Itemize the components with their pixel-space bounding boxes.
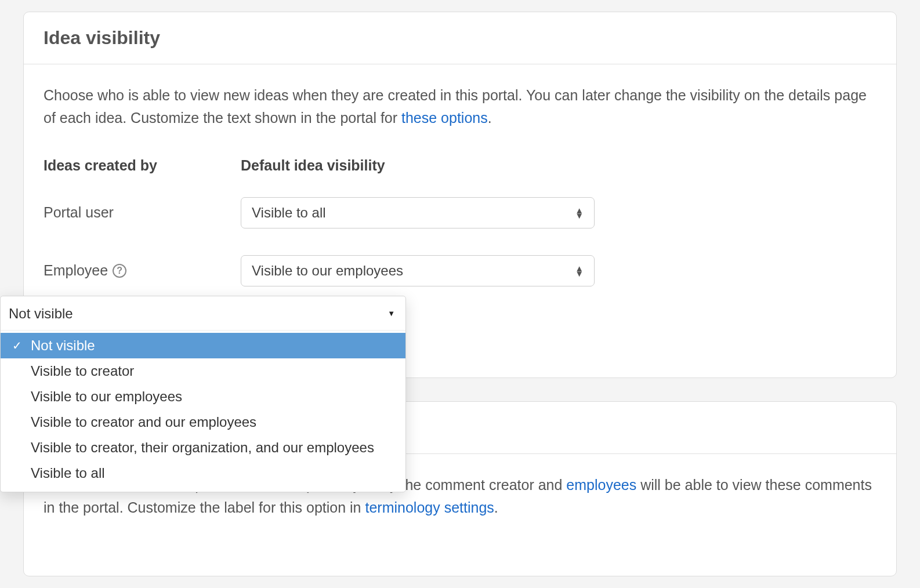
dropdown-option-visible-all[interactable]: Visible to all [1, 460, 405, 486]
help-icon[interactable]: ? [113, 264, 126, 278]
employees-link[interactable]: employees [566, 477, 636, 493]
idea-visibility-card: Idea visibility Choose who is able to vi… [23, 12, 897, 378]
aha-user-dropdown-selected[interactable]: Not visible ▼ [1, 296, 405, 331]
employee-label: Employee ? [44, 262, 241, 279]
aha-user-dropdown: Not visible ▼ Not visible Visible to cre… [0, 296, 406, 492]
employee-row: Employee ? Visible to our employees ▲▼ [44, 255, 876, 286]
updown-icon: ▲▼ [575, 266, 584, 276]
caret-down-icon: ▼ [387, 309, 395, 318]
idea-visibility-body: Choose who is able to view new ideas whe… [24, 64, 896, 378]
portal-user-select[interactable]: Visible to all ▲▼ [241, 197, 595, 228]
employee-select-value: Visible to our employees [252, 263, 403, 279]
employee-select[interactable]: Visible to our employees ▲▼ [241, 255, 595, 286]
idea-visibility-header: Idea visibility [24, 12, 896, 64]
terminology-settings-link[interactable]: terminology settings [365, 499, 494, 516]
dropdown-option-not-visible[interactable]: Not visible [1, 333, 405, 358]
default-visibility-header: Default idea visibility [241, 157, 876, 174]
column-headers: Ideas created by Default idea visibility [44, 157, 876, 174]
these-options-link[interactable]: these options [401, 110, 488, 126]
portal-user-select-value: Visible to all [252, 205, 326, 221]
portal-user-label: Portal user [44, 204, 241, 221]
dropdown-option-visible-creator[interactable]: Visible to creator [1, 358, 405, 384]
aha-user-dropdown-list: Not visible Visible to creator Visible t… [1, 331, 405, 492]
dropdown-option-visible-creator-org-employees[interactable]: Visible to creator, their organization, … [1, 435, 405, 460]
ideas-created-by-header: Ideas created by [44, 157, 241, 174]
aha-user-row: Aha! user Not visible ▼ Not visible Visi… [44, 313, 876, 330]
dropdown-option-visible-creator-employees[interactable]: Visible to creator and our employees [1, 409, 405, 435]
updown-icon: ▲▼ [575, 208, 584, 218]
dropdown-option-visible-employees[interactable]: Visible to our employees [1, 384, 405, 409]
portal-user-row: Portal user Visible to all ▲▼ [44, 197, 876, 228]
idea-visibility-title: Idea visibility [44, 27, 876, 49]
idea-visibility-description: Choose who is able to view new ideas whe… [44, 84, 876, 129]
